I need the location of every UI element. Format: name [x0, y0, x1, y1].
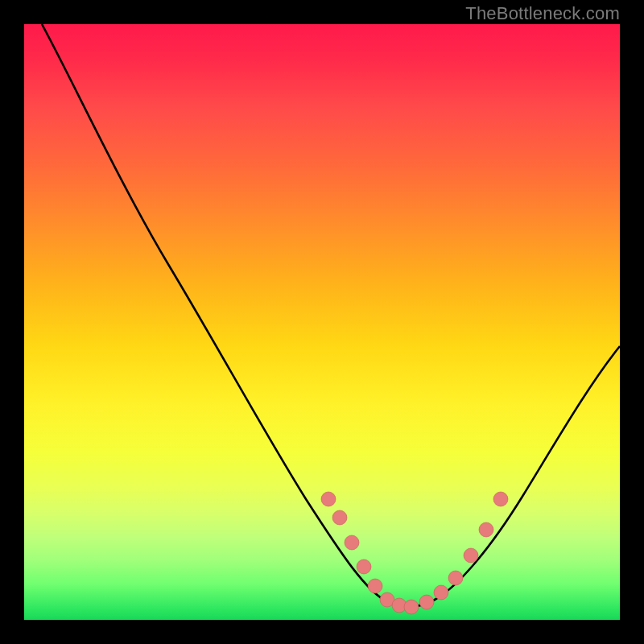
bottleneck-curve: [42, 24, 620, 607]
dot: [332, 510, 347, 525]
dot: [419, 595, 434, 609]
dot: [479, 522, 493, 537]
dot: [448, 571, 463, 585]
dot: [464, 548, 478, 563]
dot: [493, 492, 508, 506]
dot: [368, 579, 382, 593]
dot: [357, 559, 371, 574]
plot-area: [24, 24, 620, 620]
watermark-text: TheBottleneck.com: [465, 3, 620, 24]
dot: [404, 600, 419, 614]
dot: [345, 535, 359, 550]
outer-frame: TheBottleneck.com: [0, 0, 644, 644]
dot: [321, 492, 336, 506]
curve-svg: [24, 24, 620, 620]
dot: [434, 585, 448, 600]
marker-dots: [321, 492, 508, 614]
